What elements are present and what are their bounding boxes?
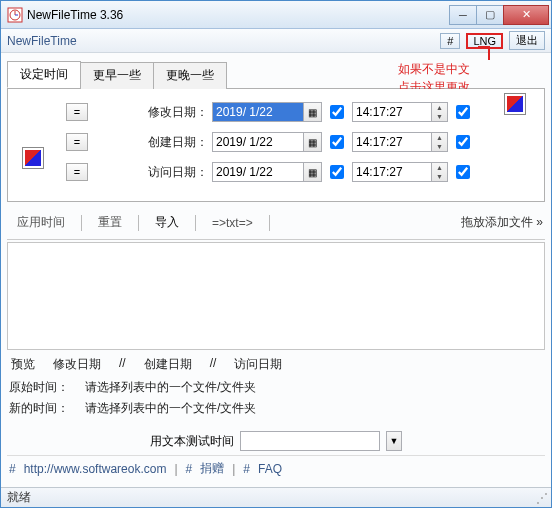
column-headers: 预览 修改日期 // 创建日期 // 访问日期 xyxy=(9,356,543,373)
modify-date-checkbox[interactable] xyxy=(330,105,344,119)
file-list[interactable] xyxy=(7,242,545,350)
chevron-icon[interactable]: » xyxy=(536,215,543,229)
new-time-label: 新的时间： xyxy=(9,400,69,417)
app-name-label: NewFileTime xyxy=(7,34,440,48)
tab-later[interactable]: 更晚一些 xyxy=(153,62,227,89)
flag-icon[interactable] xyxy=(22,147,44,169)
equal-button[interactable]: = xyxy=(66,133,88,151)
col-create: 创建日期 xyxy=(142,356,194,373)
access-date-checkbox[interactable] xyxy=(330,165,344,179)
calendar-icon[interactable]: ▦ xyxy=(304,162,322,182)
modify-date-input[interactable] xyxy=(212,102,304,122)
flag-icon[interactable] xyxy=(504,93,526,115)
footer: # http://www.softwareok.com | # 捐赠 | # F… xyxy=(7,455,545,481)
tab-earlier[interactable]: 更早一些 xyxy=(80,62,154,89)
maximize-button[interactable]: ▢ xyxy=(476,5,504,25)
calendar-icon[interactable]: ▦ xyxy=(304,132,322,152)
equal-button[interactable]: = xyxy=(66,103,88,121)
time-spinner[interactable]: ▲▼ xyxy=(432,132,448,152)
text-test-input[interactable] xyxy=(240,431,380,451)
modify-date-label: 修改日期： xyxy=(122,104,212,121)
minimize-button[interactable]: ─ xyxy=(449,5,477,25)
calendar-icon[interactable]: ▦ xyxy=(304,102,322,122)
apply-time-button[interactable]: 应用时间 xyxy=(9,212,73,233)
modify-time-checkbox[interactable] xyxy=(456,105,470,119)
menubar: NewFileTime # LNG 退出 xyxy=(1,29,551,53)
access-time-input[interactable] xyxy=(352,162,432,182)
reset-button[interactable]: 重置 xyxy=(90,212,130,233)
statusbar: 就绪 ⋰ xyxy=(1,487,551,507)
access-date-label: 访问日期： xyxy=(122,164,212,181)
titlebar[interactable]: NewFileTime 3.36 ─ ▢ ✕ xyxy=(1,1,551,29)
original-time-label: 原始时间： xyxy=(9,379,69,396)
faq-link[interactable]: FAQ xyxy=(258,462,282,476)
import-button[interactable]: 导入 xyxy=(147,212,187,233)
donate-link[interactable]: 捐赠 xyxy=(200,460,224,477)
exit-button[interactable]: 退出 xyxy=(509,31,545,50)
text-test-label: 用文本测试时间 xyxy=(150,433,234,450)
access-date-input[interactable] xyxy=(212,162,304,182)
chevron-down-icon[interactable]: ▼ xyxy=(386,431,402,451)
access-time-checkbox[interactable] xyxy=(456,165,470,179)
new-time-hint: 请选择列表中的一个文件/文件夹 xyxy=(85,400,256,417)
window-title: NewFileTime 3.36 xyxy=(27,8,450,22)
action-toolbar: 应用时间 重置 导入 =>txt=> 拖放添加文件 » xyxy=(7,206,545,240)
hash-button[interactable]: # xyxy=(440,33,460,49)
website-link[interactable]: http://www.softwareok.com xyxy=(24,462,167,476)
col-preview: 预览 xyxy=(9,356,37,373)
app-icon xyxy=(7,7,23,23)
language-button[interactable]: LNG xyxy=(466,33,503,49)
create-date-label: 创建日期： xyxy=(122,134,212,151)
tab-bar: 设定时间 更早一些 更晚一些 xyxy=(7,61,545,89)
drop-files-label: 拖放添加文件 xyxy=(461,215,533,229)
time-panel: = 修改日期： ▦ ▲▼ = 创建日期： ▦ ▲▼ xyxy=(7,89,545,202)
time-spinner[interactable]: ▲▼ xyxy=(432,162,448,182)
time-spinner[interactable]: ▲▼ xyxy=(432,102,448,122)
create-date-checkbox[interactable] xyxy=(330,135,344,149)
create-time-checkbox[interactable] xyxy=(456,135,470,149)
col-access: 访问日期 xyxy=(232,356,284,373)
original-time-hint: 请选择列表中的一个文件/文件夹 xyxy=(85,379,256,396)
create-time-input[interactable] xyxy=(352,132,432,152)
resize-grip-icon[interactable]: ⋰ xyxy=(536,491,545,505)
equal-button[interactable]: = xyxy=(66,163,88,181)
close-button[interactable]: ✕ xyxy=(503,5,549,25)
status-text: 就绪 xyxy=(7,489,31,506)
create-date-input[interactable] xyxy=(212,132,304,152)
to-txt-button[interactable]: =>txt=> xyxy=(204,214,261,232)
col-modify: 修改日期 xyxy=(51,356,103,373)
modify-time-input[interactable] xyxy=(352,102,432,122)
tab-set-time[interactable]: 设定时间 xyxy=(7,61,81,88)
